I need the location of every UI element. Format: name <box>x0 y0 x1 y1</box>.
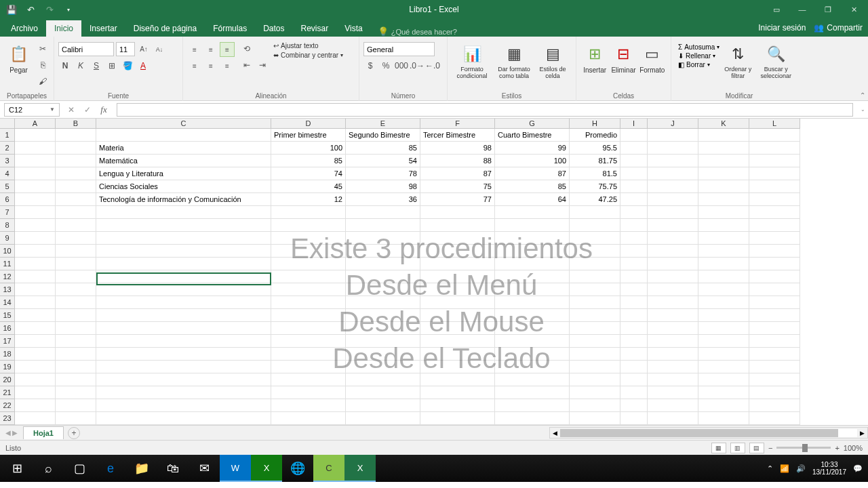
store-icon[interactable]: 🛍 <box>157 455 189 482</box>
cell[interactable]: 12 <box>271 193 346 206</box>
cell[interactable] <box>56 180 96 193</box>
cell[interactable] <box>15 219 56 232</box>
cell[interactable]: Matemática <box>96 155 271 167</box>
page-break-view-icon[interactable]: ▤ <box>749 443 764 453</box>
row-header-7[interactable]: 7 <box>0 206 15 219</box>
cell[interactable]: Ciencias Sociales <box>96 180 271 193</box>
cell[interactable] <box>56 155 96 167</box>
cell-styles-button[interactable]: ▤Estilos de celda <box>536 42 570 81</box>
close-icon[interactable]: ✕ <box>844 3 864 16</box>
cell[interactable] <box>620 245 648 258</box>
cell[interactable] <box>96 373 271 386</box>
cell[interactable] <box>271 206 346 219</box>
cell[interactable] <box>271 373 346 386</box>
cell[interactable] <box>749 155 800 167</box>
cell[interactable] <box>495 206 570 219</box>
fill-button[interactable]: ⬇Rellenar▾ <box>678 52 719 60</box>
cell[interactable] <box>698 283 749 296</box>
cell[interactable]: Cuarto Bimestre <box>495 129 570 142</box>
conditional-formatting-button[interactable]: 📊Formato condicional <box>452 42 492 81</box>
cell[interactable] <box>570 361 620 373</box>
cell[interactable]: 45 <box>271 180 346 193</box>
cell[interactable]: Promedio <box>570 129 620 142</box>
row-header-5[interactable]: 5 <box>0 180 15 193</box>
tab-home[interactable]: Inicio <box>46 20 81 37</box>
cell[interactable] <box>96 206 271 219</box>
insert-function-icon[interactable]: fx <box>96 102 111 117</box>
cell[interactable] <box>620 412 648 425</box>
cell[interactable] <box>749 142 800 155</box>
chrome-icon[interactable]: 🌐 <box>282 455 313 482</box>
cell[interactable] <box>620 258 648 270</box>
cell[interactable] <box>15 232 56 245</box>
cell[interactable] <box>271 296 346 309</box>
cell[interactable] <box>495 399 570 412</box>
cell[interactable] <box>56 129 96 142</box>
cell[interactable] <box>96 309 271 322</box>
cell[interactable] <box>648 348 698 361</box>
sheet-tab-hoja1[interactable]: Hoja1 <box>23 426 64 439</box>
cell[interactable]: 54 <box>346 155 420 167</box>
increase-font-icon[interactable]: A↑ <box>137 43 151 56</box>
cell[interactable] <box>570 335 620 348</box>
cell[interactable] <box>620 167 648 180</box>
cell[interactable] <box>648 142 698 155</box>
cell[interactable] <box>648 361 698 373</box>
cell[interactable] <box>570 386 620 399</box>
cell[interactable] <box>749 167 800 180</box>
column-header-J[interactable]: J <box>648 119 698 129</box>
cell[interactable]: Materia <box>96 142 271 155</box>
cell[interactable] <box>648 373 698 386</box>
wrap-text-button[interactable]: ↩Ajustar texto <box>273 42 343 49</box>
cell[interactable] <box>15 412 56 425</box>
cell[interactable]: 85 <box>271 155 346 167</box>
cell[interactable]: 87 <box>420 167 495 180</box>
cell[interactable] <box>698 322 749 335</box>
cell[interactable] <box>648 245 698 258</box>
row-header-10[interactable]: 10 <box>0 245 15 258</box>
autosum-button[interactable]: ΣAutosuma▾ <box>678 43 719 51</box>
cell[interactable] <box>96 322 271 335</box>
cell[interactable] <box>698 142 749 155</box>
fill-color-icon[interactable]: 🪣 <box>121 59 134 73</box>
cell[interactable]: 98 <box>420 142 495 155</box>
system-clock[interactable]: 10:33 13/11/2017 <box>812 461 846 476</box>
cell[interactable] <box>749 129 800 142</box>
cell[interactable] <box>648 270 698 283</box>
cell[interactable] <box>15 322 56 335</box>
comma-icon[interactable]: 000 <box>395 59 408 73</box>
cell[interactable]: 98 <box>346 180 420 193</box>
row-header-6[interactable]: 6 <box>0 193 15 206</box>
cell[interactable] <box>56 283 96 296</box>
cell[interactable] <box>698 129 749 142</box>
cell[interactable] <box>749 399 800 412</box>
cell[interactable] <box>648 206 698 219</box>
cell[interactable]: Tercer Bimestre <box>420 129 495 142</box>
cell[interactable] <box>346 373 420 386</box>
undo-icon[interactable]: ↶ <box>24 3 37 16</box>
customize-qat-icon[interactable]: ▾ <box>62 3 75 16</box>
network-icon[interactable]: 📶 <box>780 464 789 473</box>
row-header-23[interactable]: 23 <box>0 412 15 425</box>
cell[interactable]: 81.5 <box>570 167 620 180</box>
maximize-icon[interactable]: ❐ <box>818 3 838 16</box>
cell[interactable] <box>96 129 271 142</box>
cell[interactable] <box>346 399 420 412</box>
cell[interactable] <box>698 167 749 180</box>
cell[interactable] <box>648 283 698 296</box>
name-box[interactable]: C12▼ <box>4 103 60 117</box>
paste-button[interactable]: 📋 Pegar <box>4 42 33 75</box>
cell[interactable] <box>56 232 96 245</box>
insert-cells-button[interactable]: ⊞Insertar <box>580 42 609 75</box>
cell[interactable]: 64 <box>495 193 570 206</box>
cell[interactable]: Primer bimestre <box>271 129 346 142</box>
cell[interactable] <box>570 348 620 361</box>
enter-formula-icon[interactable]: ✓ <box>80 102 95 117</box>
sheet-nav-buttons[interactable]: ◀ ▶ <box>0 429 23 436</box>
cell[interactable] <box>570 309 620 322</box>
cell[interactable] <box>346 412 420 425</box>
select-all-button[interactable] <box>0 119 15 129</box>
cell[interactable] <box>56 309 96 322</box>
cell[interactable] <box>56 386 96 399</box>
cell[interactable]: 87 <box>495 167 570 180</box>
